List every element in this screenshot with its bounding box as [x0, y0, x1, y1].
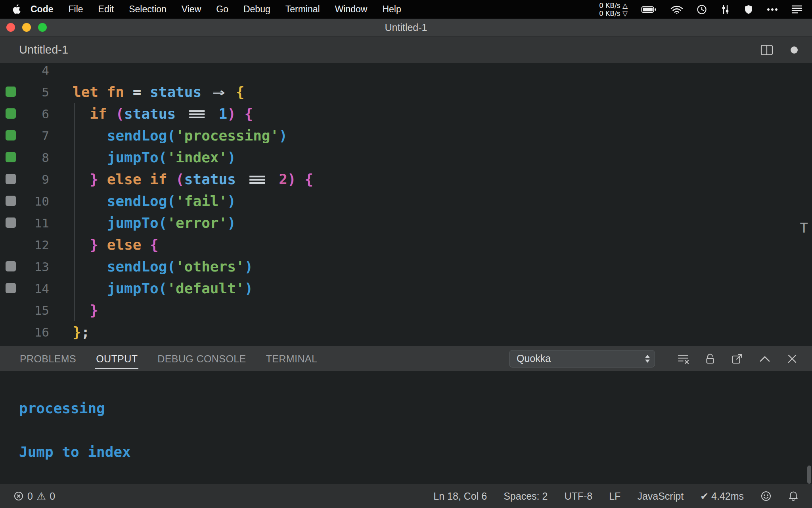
code-text: jumpTo('error')	[73, 215, 236, 231]
notifications-button[interactable]	[788, 491, 799, 502]
menu-item-file[interactable]: File	[61, 4, 91, 15]
unlock-icon	[705, 353, 715, 365]
code-text: jumpTo('default')	[73, 280, 253, 296]
code-line-4[interactable]: 4	[0, 63, 812, 81]
coverage-indicator	[6, 174, 16, 184]
zoom-window-button[interactable]	[38, 23, 47, 32]
code-line-7[interactable]: 7 sendLog('processing')	[0, 125, 812, 146]
open-in-editor-icon	[731, 353, 743, 365]
output-line: Jump to index	[19, 441, 812, 463]
network-upload: 0 KB/s △	[599, 2, 628, 10]
window-controls	[0, 23, 47, 32]
network-throughput-indicator[interactable]: 0 KB/s △ 0 KB/s ▽	[599, 2, 628, 17]
panel-tab-debug-console[interactable]: DEBUG CONSOLE	[157, 348, 247, 369]
code-line-11[interactable]: 11 jumpTo('error')	[0, 212, 812, 234]
toggles-icon[interactable]	[720, 4, 730, 15]
menu-item-help[interactable]: Help	[375, 4, 408, 15]
code-line-9[interactable]: 9 } else if (status ≡ 2) {	[0, 168, 812, 190]
clear-output-button[interactable]	[677, 353, 689, 365]
menu-item-terminal[interactable]: Terminal	[278, 4, 327, 15]
status-item-cursor-position[interactable]: Ln 18, Col 6	[433, 491, 487, 502]
feedback-button[interactable]	[760, 491, 772, 502]
coverage-indicator	[6, 217, 16, 228]
code-text: } else if (status ≡ 2) {	[73, 171, 313, 187]
unsaved-changes-indicator	[791, 46, 798, 54]
apple-menu[interactable]	[13, 4, 21, 14]
clock-icon[interactable]	[697, 4, 707, 15]
close-window-button[interactable]	[6, 23, 15, 32]
output-panel: processingJump to index	[0, 371, 812, 484]
tab-untitled-1[interactable]: Untitled-1	[19, 43, 68, 56]
status-item-encoding[interactable]: UTF-8	[564, 491, 592, 502]
output-line: processing	[19, 397, 812, 419]
vscode-window: CodeFileEditSelectionViewGoDebugTerminal…	[0, 0, 812, 508]
code-editor[interactable]: 45let fn = status ⇒ {6 if (status ≡ 1) {…	[0, 63, 812, 346]
menu-item-window[interactable]: Window	[327, 4, 375, 15]
panel-tabs: PROBLEMSOUTPUTDEBUG CONSOLETERMINAL	[19, 348, 318, 369]
menu-item-selection[interactable]: Selection	[121, 4, 174, 15]
output-channel-select[interactable]: Quokka	[509, 350, 655, 368]
code-line-16[interactable]: 16};	[0, 321, 812, 343]
chevron-up-icon	[759, 355, 771, 363]
panel-scrollbar[interactable]	[807, 466, 811, 484]
code-line-6[interactable]: 6 if (status ≡ 1) {	[0, 103, 812, 125]
status-bar-right: Ln 18, Col 6Spaces: 2UTF-8LFJavaScript✔ …	[433, 491, 799, 502]
problems-indicator[interactable]: 0 ⚠ 0	[13, 491, 55, 502]
warning-triangle-icon: ⚠	[36, 491, 46, 502]
window-title-bar[interactable]: Untitled-1	[0, 19, 812, 37]
panel-tab-output[interactable]: OUTPUT	[95, 348, 138, 369]
code-line-10[interactable]: 10 sendLog('fail')	[0, 190, 812, 212]
status-bar: 0 ⚠ 0 Ln 18, Col 6Spaces: 2UTF-8LFJavaSc…	[0, 484, 812, 508]
maximize-panel-button[interactable]	[759, 355, 771, 363]
panel-tab-problems[interactable]: PROBLEMS	[19, 348, 77, 369]
list-icon[interactable]	[791, 5, 802, 14]
panel-tab-terminal[interactable]: TERMINAL	[265, 348, 318, 369]
status-item-eol-sequence[interactable]: LF	[609, 491, 620, 502]
code-line-13[interactable]: 13 sendLog('others')	[0, 256, 812, 277]
battery-icon[interactable]	[641, 6, 657, 13]
window-title: Untitled-1	[0, 22, 812, 33]
status-item-language-mode[interactable]: JavaScript	[637, 491, 684, 502]
bell-icon	[788, 491, 799, 502]
code-line-15[interactable]: 15 }	[0, 299, 812, 321]
menu-item-code[interactable]: Code	[23, 4, 61, 15]
error-count: 0	[27, 491, 33, 502]
minimize-window-button[interactable]	[22, 23, 31, 32]
output-channel-value: Quokka	[517, 353, 551, 364]
coverage-indicator	[6, 152, 16, 162]
coverage-indicator	[6, 130, 16, 140]
code-line-8[interactable]: 8 jumpTo('index')	[0, 146, 812, 168]
open-output-in-editor-button[interactable]	[731, 353, 743, 365]
editor-actions	[760, 44, 798, 56]
code-line-14[interactable]: 14 jumpTo('default')	[0, 277, 812, 299]
menu-item-debug[interactable]: Debug	[236, 4, 278, 15]
menu-bar-status-icons: 0 KB/s △ 0 KB/s ▽	[599, 2, 802, 17]
split-editor-button[interactable]	[760, 44, 773, 56]
editor-tab-bar: Untitled-1	[0, 37, 812, 63]
code-text: }	[73, 302, 98, 318]
menu-item-edit[interactable]: Edit	[91, 4, 122, 15]
code-text: sendLog('others')	[73, 258, 253, 275]
status-bar-left: 0 ⚠ 0	[13, 491, 55, 502]
menu-item-view[interactable]: View	[174, 4, 209, 15]
macos-menu-bar: CodeFileEditSelectionViewGoDebugTerminal…	[0, 0, 812, 19]
code-text: sendLog('processing')	[73, 127, 287, 144]
code-line-5[interactable]: 5let fn = status ⇒ {	[0, 81, 812, 103]
coverage-indicator	[6, 283, 16, 293]
coverage-indicator	[6, 196, 16, 206]
status-item-quokka-status[interactable]: ✔ 4.42ms	[700, 491, 744, 502]
menu-item-go[interactable]: Go	[209, 4, 236, 15]
menu-bar-items: CodeFileEditSelectionViewGoDebugTerminal…	[23, 4, 409, 15]
code-line-12[interactable]: 12 } else {	[0, 234, 812, 256]
wifi-icon[interactable]	[670, 5, 683, 14]
scroll-lock-button[interactable]	[705, 353, 715, 365]
overview-ruler-marker: T	[800, 220, 808, 236]
apple-icon	[13, 4, 21, 14]
status-item-indent-setting[interactable]: Spaces: 2	[504, 491, 548, 502]
code-lines: 45let fn = status ⇒ {6 if (status ≡ 1) {…	[0, 63, 812, 343]
close-panel-button[interactable]	[787, 353, 798, 364]
output-line	[19, 419, 812, 441]
ellipsis-icon[interactable]	[767, 8, 778, 11]
shield-icon[interactable]	[744, 4, 753, 15]
coverage-indicator	[6, 108, 16, 119]
